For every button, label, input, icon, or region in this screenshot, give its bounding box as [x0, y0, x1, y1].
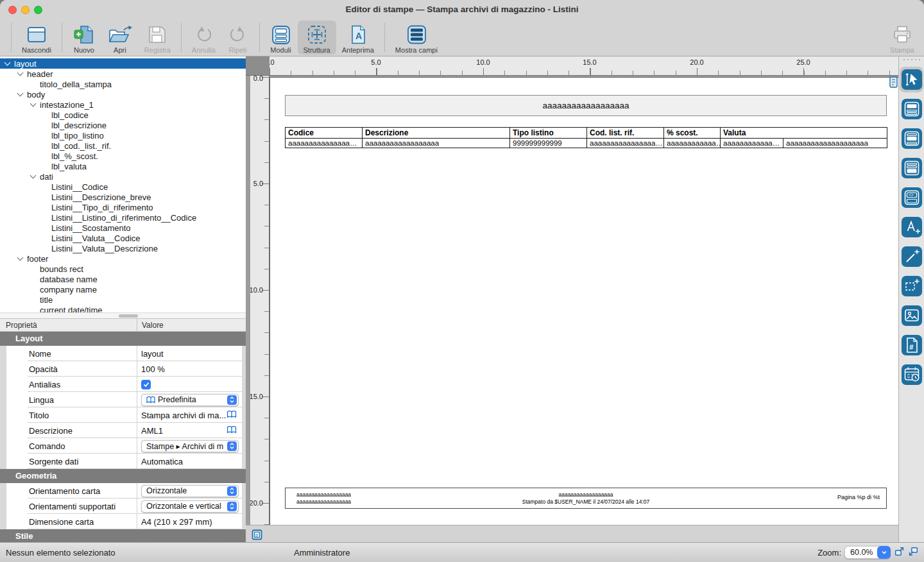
tree-horizontal-scrollbar[interactable]	[0, 312, 246, 318]
page-number-tool[interactable]: #	[902, 335, 922, 355]
orientamento-popup[interactable]: Orizzontale	[141, 485, 239, 497]
new-button[interactable]: Nuovo	[67, 21, 101, 55]
data-cell[interactable]: aaaaaaaaaaaa…	[721, 139, 783, 148]
tree-item-lbl-tipo-listino[interactable]: lbl_tipo_listino	[0, 130, 246, 140]
zoom-fit-width-button[interactable]	[908, 546, 919, 559]
nome-value[interactable]: layout	[137, 346, 242, 361]
pointer-tool[interactable]	[902, 69, 922, 90]
page-badge-icon	[889, 76, 898, 90]
tree-item-company-name[interactable]: company name	[0, 284, 246, 294]
data-cell[interactable]: aaaaaaaaaaaaaaa…	[286, 139, 363, 148]
section-layout[interactable]: Layout	[0, 332, 246, 346]
data-cell[interactable]: aaaaaaaaaaaa…	[664, 139, 721, 148]
code-band-tool[interactable]: <>	[902, 187, 922, 208]
tree-item-title[interactable]: title	[0, 294, 246, 305]
tree-item-listini-scostamento[interactable]: Listini__Scostamento	[0, 223, 246, 233]
hide-sidebar-button[interactable]: Nascondi	[16, 21, 57, 55]
tree-item-listini-listino-di-riferimento-codice[interactable]: Listini__Listino_di_riferimento__Codice	[0, 212, 246, 223]
tree-item-header[interactable]: header	[0, 69, 246, 79]
footer-band-tool[interactable]	[902, 158, 922, 178]
localize-book-icon[interactable]	[227, 425, 237, 436]
sorgente-dati-value[interactable]: Automatica	[137, 454, 242, 469]
tree-item-footer[interactable]: footer	[0, 253, 246, 264]
page-indicator-icon[interactable]	[252, 529, 262, 542]
zoom-fit-page-button[interactable]	[894, 546, 905, 559]
section-geometria[interactable]: Geometria	[0, 469, 246, 483]
properties-column-label: Proprietà	[6, 321, 37, 330]
chevron-down-icon[interactable]	[877, 546, 891, 559]
open-button[interactable]: Apri	[101, 21, 139, 55]
section-stile[interactable]: Stile	[0, 529, 246, 542]
data-cell[interactable]: 999999999999	[510, 139, 587, 148]
report-table[interactable]: Codice Descrizione Tipo listino Cod. lis…	[285, 127, 887, 148]
header-cell-descrizione[interactable]: Descrizione	[363, 128, 510, 139]
comando-popup[interactable]: Stampe ▸ Archivi di m	[141, 440, 239, 452]
left-panel: layout header titolo_della_stampa body i…	[0, 56, 246, 542]
zoom-combobox[interactable]: 60.0%	[844, 546, 891, 559]
popup-chevrons-icon	[227, 441, 237, 451]
data-cell[interactable]: aaaaaaaaaaaaaaaa…	[587, 139, 664, 148]
printer-icon	[891, 22, 914, 46]
antialias-checkbox[interactable]	[141, 380, 151, 389]
header-cell-cod-list-rif[interactable]: Cod. list. rif.	[587, 128, 664, 139]
add-rect-tool[interactable]	[902, 276, 922, 296]
tree-item-lbl-valuta[interactable]: lbl_valuta	[0, 161, 246, 171]
tree-item-lbl-scost[interactable]: lbl_%_scost.	[0, 151, 246, 161]
report-footer-band[interactable]: aaaaaaaaaaaaaaaaaa aaaaaaaaaaaaaaaaaa aa…	[285, 488, 887, 509]
tree-item-dati[interactable]: dati	[0, 171, 246, 182]
data-cell[interactable]: aaaaaaaaaaaaaaaaaaaa	[783, 139, 887, 148]
modules-button[interactable]: Moduli	[264, 21, 298, 55]
chevron-down-icon	[4, 60, 11, 66]
tree-item-layout[interactable]: layout	[0, 58, 246, 69]
orientamenti-popup[interactable]: Orizzontale e vertical	[141, 500, 239, 513]
header-cell-valuta[interactable]: Valuta	[721, 128, 887, 139]
property-row-orientamenti-supportati: Orientamenti supportati Orizzontale e ve…	[6, 498, 242, 514]
titolo-value[interactable]: Stampa archivi di ma...	[137, 407, 242, 423]
header-cell-scost[interactable]: % scost.	[664, 128, 721, 139]
show-fields-button[interactable]: Mostra campi	[389, 21, 443, 55]
palette-drag-handle[interactable]	[899, 59, 924, 60]
localize-book-icon[interactable]	[227, 410, 237, 421]
tree-item-bounds-rect[interactable]: bounds rect	[0, 264, 246, 274]
tree-item-listini-valuta-codice[interactable]: Listini__Valuta__Codice	[0, 233, 246, 243]
header-cell-tipo-listino[interactable]: Tipo listino	[510, 128, 587, 139]
tree-item-titolo-della-stampa[interactable]: titolo_della_stampa	[0, 79, 246, 89]
tree-item-listini-descrizione-breve[interactable]: Listini__Descrizione_breve	[0, 192, 246, 202]
add-image-tool[interactable]	[902, 305, 922, 326]
tree-item-body[interactable]: body	[0, 89, 246, 99]
tree-item-lbl-codice[interactable]: lbl_codice	[0, 110, 246, 120]
data-cell[interactable]: aaaaaaaaaaaaaaaaaa	[363, 139, 510, 148]
body-band-tool[interactable]	[902, 128, 922, 149]
descrizione-value[interactable]: AML1	[137, 423, 242, 438]
dimensione-carta-value[interactable]: A4 (210 x 297 mm)	[137, 514, 242, 529]
header-cell-codice[interactable]: Codice	[286, 128, 363, 139]
add-line-tool[interactable]	[902, 246, 922, 267]
preview-button[interactable]: A Anteprima	[336, 21, 380, 55]
opacita-value[interactable]: 100 %	[137, 361, 242, 377]
zoom-label: Zoom:	[817, 548, 841, 558]
property-row-dimensione-carta: Dimensione carta A4 (210 x 297 mm)	[6, 514, 242, 529]
scrollbar-thumb[interactable]	[119, 314, 138, 318]
property-row-lingua: Lingua Predefinita	[6, 392, 242, 407]
preview-icon: A	[347, 22, 369, 46]
lingua-popup[interactable]: Predefinita	[141, 394, 239, 406]
tree-item-lbl-cod-list-rif[interactable]: lbl_cod._list._rif.	[0, 140, 246, 151]
tree-item-intestazione-1[interactable]: intestazione_1	[0, 99, 246, 110]
tree-item-lbl-descrizione[interactable]: lbl_descrizione	[0, 120, 246, 130]
tree-item-listini-codice[interactable]: Listini__Codice	[0, 182, 246, 192]
date-time-tool[interactable]	[902, 364, 922, 385]
chevron-down-icon	[30, 173, 37, 179]
popup-chevrons-icon	[227, 395, 237, 405]
footer-left-block: aaaaaaaaaaaaaaaaaa aaaaaaaaaaaaaaaaaa	[296, 491, 351, 506]
svg-text:#: #	[909, 343, 913, 351]
report-title-band[interactable]: aaaaaaaaaaaaaaaaaa	[285, 95, 887, 116]
tree-item-database-name[interactable]: database name	[0, 274, 246, 284]
structure-button[interactable]: Struttura	[298, 21, 336, 55]
add-text-tool[interactable]	[902, 217, 922, 237]
report-page[interactable]: aaaaaaaaaaaaaaaaaa Codice Descrizione Ti…	[270, 77, 898, 525]
tree-item-current-date-time[interactable]: current date/time	[0, 305, 246, 312]
tree-item-listini-tipo-di-riferimento[interactable]: Listini__Tipo_di_riferimento	[0, 202, 246, 212]
horizontal-ruler: 0.0 5.0 10.0 15.0 20.0 25.0	[270, 56, 898, 76]
header-band-tool[interactable]	[902, 99, 922, 119]
tree-item-listini-valuta-descrizione[interactable]: Listini__Valuta__Descrizione	[0, 243, 246, 253]
